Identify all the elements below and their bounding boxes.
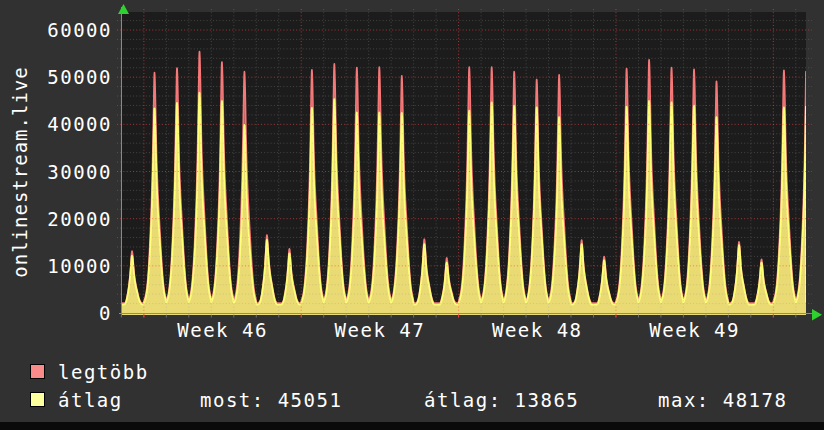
x-axis-label: Week 48: [462, 319, 612, 341]
y-axis-label: 0: [28, 302, 112, 324]
y-axis-arrow-icon: [118, 4, 129, 14]
legend-label: legtöbb: [58, 361, 149, 383]
y-axis-label: 50000: [28, 66, 112, 88]
legend-swatch-atlag: [30, 392, 45, 407]
y-axis-label: 60000: [28, 19, 112, 41]
y-axis-label: 10000: [28, 255, 112, 277]
rrd-graph: onlinestream.live 0100002000030000400005…: [0, 0, 824, 430]
legend-swatch-legtobb: [30, 364, 45, 379]
y-axis-label: 30000: [28, 161, 112, 183]
stat-átlag: átlag: 13865: [424, 389, 579, 411]
x-axis-arrow-icon: [812, 309, 822, 321]
y-axis-label: 40000: [28, 113, 112, 135]
x-axis-label: Week 46: [148, 319, 298, 341]
y-axis-label: 20000: [28, 208, 112, 230]
stat-max: max: 48178: [658, 389, 787, 411]
x-axis-label: Week 47: [305, 319, 455, 341]
stat-most: most: 45051: [200, 389, 342, 411]
chart-canvas: [0, 0, 824, 360]
legend-label: átlag: [58, 389, 123, 411]
x-axis-label: Week 49: [620, 319, 770, 341]
bottom-edge: [0, 422, 824, 430]
